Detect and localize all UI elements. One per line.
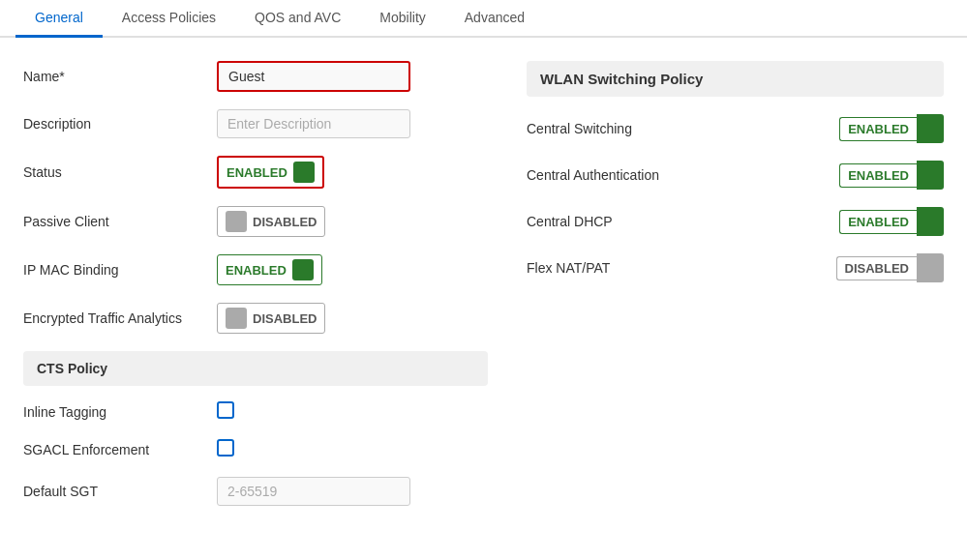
- central-auth-toggle-square: [917, 161, 944, 190]
- tab-advanced[interactable]: Advanced: [445, 0, 544, 38]
- inline-tagging-row: Inline Tagging: [23, 401, 488, 422]
- passive-client-toggle-square: [226, 211, 247, 232]
- flex-nat-control: DISABLED: [836, 253, 944, 282]
- tab-general[interactable]: General: [15, 0, 103, 38]
- tab-qos-avc[interactable]: QOS and AVC: [235, 0, 360, 38]
- description-row: Description: [23, 109, 488, 138]
- passive-client-label: Passive Client: [23, 214, 217, 229]
- name-row: Name*: [23, 61, 488, 92]
- central-auth-control: ENABLED: [839, 161, 944, 190]
- flex-nat-toggle[interactable]: DISABLED: [836, 253, 944, 282]
- ip-mac-toggle[interactable]: ENABLED: [217, 254, 322, 285]
- central-switching-control: ENABLED: [839, 114, 944, 143]
- flex-nat-toggle-label: DISABLED: [836, 256, 917, 280]
- eta-label: Encrypted Traffic Analytics: [23, 310, 217, 326]
- inline-tagging-label: Inline Tagging: [23, 404, 217, 420]
- eta-toggle[interactable]: DISABLED: [217, 303, 325, 334]
- eta-toggle-label: DISABLED: [253, 311, 317, 326]
- default-sgt-input[interactable]: [217, 477, 410, 506]
- central-auth-toggle[interactable]: ENABLED: [839, 161, 944, 190]
- sgacl-checkbox[interactable]: [217, 439, 234, 457]
- wlan-section-title: WLAN Switching Policy: [527, 61, 944, 97]
- status-control: ENABLED: [217, 156, 488, 189]
- description-input[interactable]: [217, 109, 410, 138]
- name-input[interactable]: [217, 61, 410, 92]
- inline-tagging-checkbox[interactable]: [217, 401, 234, 419]
- central-switching-toggle-square: [917, 114, 944, 143]
- sgacl-label: SGACL Enforcement: [23, 442, 217, 457]
- central-switching-row: Central Switching ENABLED: [527, 114, 944, 143]
- passive-client-toggle-label: DISABLED: [253, 215, 317, 229]
- central-dhcp-toggle[interactable]: ENABLED: [839, 207, 944, 236]
- default-sgt-row: Default SGT: [23, 477, 488, 506]
- passive-client-control: DISABLED: [217, 206, 488, 237]
- passive-client-toggle[interactable]: DISABLED: [217, 206, 325, 237]
- tab-access-policies[interactable]: Access Policies: [103, 0, 235, 38]
- central-dhcp-toggle-label: ENABLED: [839, 210, 917, 234]
- default-sgt-label: Default SGT: [23, 484, 217, 499]
- central-dhcp-toggle-square: [917, 207, 944, 236]
- default-sgt-control: [217, 477, 488, 506]
- central-dhcp-label: Central DHCP: [527, 214, 839, 229]
- inline-tagging-control: [217, 401, 488, 422]
- flex-nat-toggle-square: [917, 253, 944, 282]
- sgacl-control: [217, 439, 488, 459]
- central-dhcp-row: Central DHCP ENABLED: [527, 207, 944, 236]
- right-panel: WLAN Switching Policy Central Switching …: [527, 61, 944, 523]
- ip-mac-label: IP MAC Binding: [23, 262, 217, 278]
- status-row: Status ENABLED: [23, 156, 488, 189]
- passive-client-row: Passive Client DISABLED: [23, 206, 488, 237]
- status-toggle-square: [293, 162, 315, 183]
- status-toggle-label: ENABLED: [227, 165, 287, 180]
- main-content: Name* Description Status ENABLED Pa: [0, 38, 967, 546]
- name-control: [217, 61, 488, 92]
- status-toggle[interactable]: ENABLED: [217, 156, 324, 189]
- tab-bar: General Access Policies QOS and AVC Mobi…: [0, 0, 967, 38]
- ip-mac-row: IP MAC Binding ENABLED: [23, 254, 488, 285]
- ip-mac-control: ENABLED: [217, 254, 488, 285]
- flex-nat-label: Flex NAT/PAT: [527, 260, 836, 276]
- description-label: Description: [23, 116, 217, 132]
- sgacl-row: SGACL Enforcement: [23, 439, 488, 459]
- central-auth-row: Central Authentication ENABLED: [527, 161, 944, 190]
- cts-section-header: CTS Policy: [23, 351, 488, 386]
- central-auth-toggle-label: ENABLED: [839, 163, 917, 188]
- ip-mac-toggle-square: [292, 259, 314, 280]
- status-label: Status: [23, 164, 217, 180]
- flex-nat-row: Flex NAT/PAT DISABLED: [527, 253, 944, 282]
- central-switching-toggle-label: ENABLED: [839, 117, 917, 141]
- left-panel: Name* Description Status ENABLED Pa: [23, 61, 488, 523]
- central-dhcp-control: ENABLED: [839, 207, 944, 236]
- central-switching-label: Central Switching: [527, 121, 839, 136]
- name-label: Name*: [23, 69, 217, 84]
- central-auth-label: Central Authentication: [527, 167, 839, 183]
- eta-control: DISABLED: [217, 303, 488, 334]
- description-control: [217, 109, 488, 138]
- central-switching-toggle[interactable]: ENABLED: [839, 114, 944, 143]
- eta-row: Encrypted Traffic Analytics DISABLED: [23, 303, 488, 334]
- tab-mobility[interactable]: Mobility: [360, 0, 444, 38]
- eta-toggle-square: [226, 308, 247, 329]
- ip-mac-toggle-label: ENABLED: [226, 263, 287, 278]
